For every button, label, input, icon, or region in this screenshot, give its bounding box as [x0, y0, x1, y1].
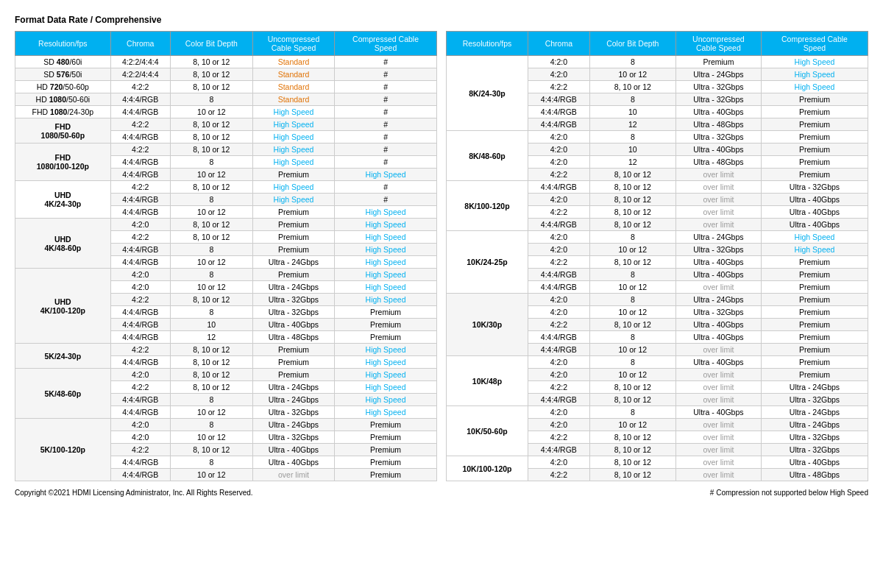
comp-cell: Ultra - 32Gbps	[761, 181, 868, 194]
chroma-cell: 4:2:0	[528, 68, 589, 81]
uncomp-cell: Ultra - 32Gbps	[252, 294, 334, 306]
uncomp-cell: over limit	[675, 381, 761, 394]
comp-cell: #	[335, 131, 437, 144]
uncomp-cell: High Speed	[252, 194, 334, 206]
uncomp-cell: over limit	[675, 181, 761, 194]
bits-cell: 8, 10 or 12	[170, 56, 252, 68]
bits-cell: 8, 10 or 12	[170, 81, 252, 93]
comp-cell: High Speed	[761, 56, 868, 68]
bits-cell: 8, 10 or 12	[589, 469, 675, 481]
table-row: SD 480/60i4:2:2/4:4:48, 10 or 12Standard…	[15, 56, 437, 68]
comp-cell: #	[335, 156, 437, 169]
chroma-cell: 4:4:4/RGB	[528, 106, 589, 118]
chroma-cell: 4:4:4/RGB	[528, 118, 589, 131]
comp-cell: High Speed	[761, 231, 868, 244]
bits-cell: 8, 10 or 12	[589, 381, 675, 394]
chroma-cell: 4:4:4/RGB	[110, 106, 170, 118]
bits-cell: 10 or 12	[170, 169, 252, 181]
uncomp-cell: over limit	[675, 194, 761, 206]
comp-cell: Premium	[335, 331, 437, 344]
bits-cell: 8	[170, 419, 252, 431]
comp-cell: Ultra - 40Gbps	[761, 456, 868, 469]
bits-cell: 8, 10 or 12	[589, 444, 675, 456]
bits-cell: 8	[589, 406, 675, 419]
res-group-cell: 5K/48-60p	[15, 369, 111, 419]
uncomp-cell: over limit	[675, 369, 761, 381]
uncomp-cell: Ultra - 24Gbps	[252, 394, 334, 406]
uncomp-cell: Ultra - 40Gbps	[675, 356, 761, 369]
chroma-cell: 4:2:2	[528, 381, 589, 394]
uncomp-cell: Ultra - 40Gbps	[252, 319, 334, 331]
uncomp-cell: High Speed	[252, 118, 334, 131]
chroma-cell: 4:4:4/RGB	[110, 244, 170, 256]
table-row: 8K/48-60p4:2:08Ultra - 32GbpsPremium	[447, 131, 868, 144]
bits-cell: 8, 10 or 12	[589, 194, 675, 206]
uncomp-cell: Premium	[252, 269, 334, 281]
uncomp-cell: Standard	[252, 56, 334, 68]
res-group-cell: 8K/100-120p	[447, 181, 528, 231]
comp-cell: Ultra - 40Gbps	[761, 206, 868, 219]
bits-cell: 10 or 12	[170, 469, 252, 481]
bits-cell: 8	[170, 244, 252, 256]
comp-cell: Premium	[335, 319, 437, 331]
chroma-cell: 4:4:4/RGB	[110, 456, 170, 469]
chroma-cell: 4:4:4/RGB	[110, 169, 170, 181]
uncomp-cell: Standard	[252, 93, 334, 106]
table-row: 5K/48-60p4:2:08, 10 or 12PremiumHigh Spe…	[15, 369, 437, 381]
uncomp-cell: Ultra - 24Gbps	[252, 419, 334, 431]
chroma-cell: 4:2:2	[110, 81, 170, 93]
bits-cell: 8, 10 or 12	[589, 431, 675, 444]
tables-wrapper: Resolution/fps Chroma Color Bit Depth Un…	[15, 31, 868, 481]
table-row: UHD4K/24-30p4:2:28, 10 or 12High Speed#	[15, 181, 437, 194]
comp-cell: High Speed	[761, 81, 868, 93]
comp-cell: High Speed	[335, 281, 437, 294]
uncomp-cell: Ultra - 24Gbps	[252, 381, 334, 394]
footnote-text: # Compression not supported below High S…	[710, 489, 868, 497]
chroma-cell: 4:4:4/RGB	[528, 344, 589, 356]
chroma-cell: 4:4:4/RGB	[110, 319, 170, 331]
comp-cell: High Speed	[335, 244, 437, 256]
uncomp-cell: over limit	[675, 456, 761, 469]
res-group-cell: FHD1080/100-120p	[15, 144, 111, 181]
comp-cell: Premium	[761, 306, 868, 319]
bits-cell: 10 or 12	[589, 68, 675, 81]
chroma-cell: 4:2:2	[110, 381, 170, 394]
chroma-cell: 4:4:4/RGB	[528, 331, 589, 344]
bits-cell: 8, 10 or 12	[170, 131, 252, 144]
table-row: UHD4K/100-120p4:2:08PremiumHigh Speed	[15, 269, 437, 281]
chroma-cell: 4:4:4/RGB	[110, 156, 170, 169]
bits-cell: 8	[170, 269, 252, 281]
comp-cell: High Speed	[335, 344, 437, 356]
right-table: Resolution/fps Chroma Color Bit Depth Un…	[446, 31, 868, 481]
bits-cell: 12	[170, 331, 252, 344]
comp-cell: Premium	[335, 306, 437, 319]
uncomp-cell: High Speed	[252, 144, 334, 156]
uncomp-cell: Ultra - 24Gbps	[675, 294, 761, 306]
col-header-bits-right: Color Bit Depth	[589, 32, 675, 56]
comp-cell: Ultra - 32Gbps	[761, 431, 868, 444]
uncomp-cell: Ultra - 40Gbps	[675, 331, 761, 344]
bits-cell: 10 or 12	[589, 244, 675, 256]
col-header-bits-left: Color Bit Depth	[170, 32, 252, 56]
bits-cell: 10 or 12	[170, 431, 252, 444]
chroma-cell: 4:2:2	[110, 181, 170, 194]
chroma-cell: 4:2:0	[110, 419, 170, 431]
chroma-cell: 4:2:2	[110, 344, 170, 356]
res-group-cell: 10K/100-120p	[447, 456, 528, 481]
bits-cell: 8, 10 or 12	[589, 181, 675, 194]
bits-cell: 10 or 12	[170, 256, 252, 269]
chroma-cell: 4:2:0	[528, 456, 589, 469]
uncomp-cell: Ultra - 32Gbps	[675, 306, 761, 319]
table-row: 5K/100-120p4:2:08Ultra - 24GbpsPremium	[15, 419, 437, 431]
col-header-comp-right: Compressed CableSpeed	[761, 32, 868, 56]
table-row: HD 720/50-60p4:2:28, 10 or 12Standard#	[15, 81, 437, 93]
comp-cell: Ultra - 24Gbps	[761, 406, 868, 419]
uncomp-cell: Ultra - 32Gbps	[675, 93, 761, 106]
comp-cell: Premium	[761, 319, 868, 331]
res-group-cell: 10K/24-25p	[447, 231, 528, 294]
chroma-cell: 4:4:4/RGB	[110, 131, 170, 144]
uncomp-cell: over limit	[675, 344, 761, 356]
bits-cell: 8	[170, 194, 252, 206]
comp-cell: Premium	[761, 294, 868, 306]
chroma-cell: 4:4:4/RGB	[110, 306, 170, 319]
